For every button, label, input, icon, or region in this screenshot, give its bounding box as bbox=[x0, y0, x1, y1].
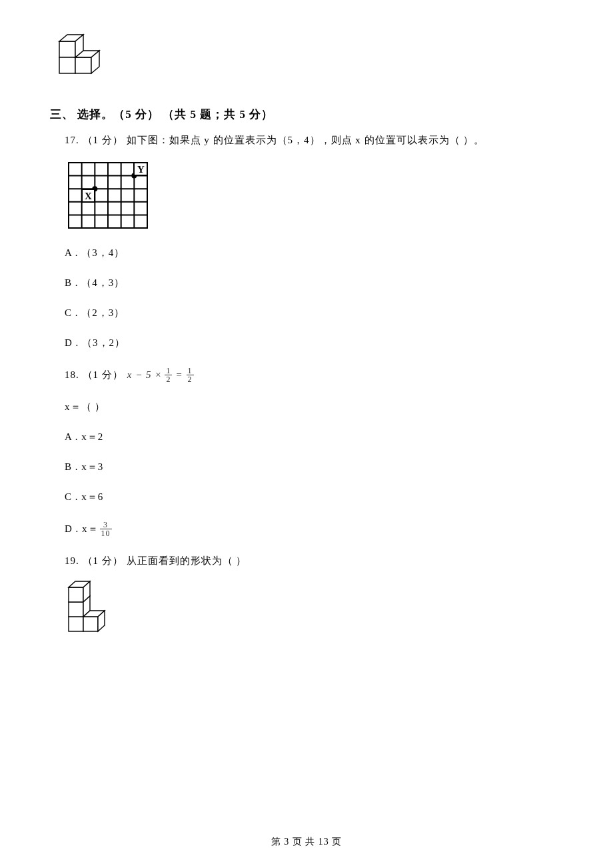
q17-option-b[interactable]: B . （4，3） bbox=[65, 277, 563, 289]
svg-rect-25 bbox=[69, 602, 83, 617]
q18-x-equals-blank: x＝（ ） bbox=[65, 401, 563, 413]
q17-option-d[interactable]: D . （3，2） bbox=[65, 337, 563, 349]
q17-option-c[interactable]: C . （2，3） bbox=[65, 307, 563, 319]
q19-stem: 19. （1 分） 从正面看到的形状为（ ） bbox=[65, 555, 563, 567]
svg-rect-26 bbox=[69, 587, 83, 602]
eq-left: x − 5 × bbox=[127, 369, 163, 381]
fraction-3-10: 3 10 bbox=[100, 521, 112, 537]
fraction-half-2: 1 2 bbox=[187, 367, 194, 383]
q17-stem: 17. （1 分） 如下图：如果点 y 的位置表示为（5，4），则点 x 的位置… bbox=[65, 134, 563, 147]
q18-prefix: 18. （1 分） bbox=[65, 369, 123, 381]
q18-stem: 18. （1 分） x − 5 × 1 2 = 1 2 bbox=[65, 367, 563, 383]
section-heading: 三、 选择。（5 分） （共 5 题；共 5 分） bbox=[50, 107, 563, 122]
frac-num: 1 bbox=[165, 367, 172, 375]
fraction-half-1: 1 2 bbox=[165, 367, 172, 383]
q18-option-b[interactable]: B . x＝3 bbox=[65, 461, 563, 473]
q17-option-a[interactable]: A . （3，4） bbox=[65, 247, 563, 259]
figure-q16-cubes bbox=[55, 33, 563, 88]
frac-den: 2 bbox=[187, 375, 194, 383]
frac-den: 10 bbox=[100, 529, 112, 537]
svg-rect-0 bbox=[59, 41, 75, 57]
page-footer: 第 3 页 共 13 页 bbox=[0, 836, 613, 848]
q19-cube-figure bbox=[65, 579, 563, 639]
svg-rect-23 bbox=[69, 617, 83, 631]
svg-rect-2 bbox=[75, 57, 91, 73]
svg-text:Y: Y bbox=[137, 164, 145, 175]
svg-rect-24 bbox=[83, 617, 98, 631]
frac-num: 1 bbox=[187, 367, 194, 375]
q18-option-d[interactable]: D . x＝ 3 10 bbox=[65, 521, 563, 537]
svg-text:X: X bbox=[85, 191, 92, 201]
q17-grid-figure: Y X bbox=[65, 159, 563, 235]
frac-den: 2 bbox=[165, 375, 172, 383]
q18-equation: x − 5 × 1 2 = 1 2 bbox=[127, 367, 195, 383]
frac-num: 3 bbox=[102, 521, 109, 529]
q18-option-a[interactable]: A . x＝2 bbox=[65, 431, 563, 443]
q18-option-d-prefix: D . x＝ bbox=[65, 523, 99, 535]
q18-option-c[interactable]: C . x＝6 bbox=[65, 491, 563, 503]
eq-equals: = bbox=[175, 369, 183, 381]
svg-rect-1 bbox=[59, 57, 75, 73]
